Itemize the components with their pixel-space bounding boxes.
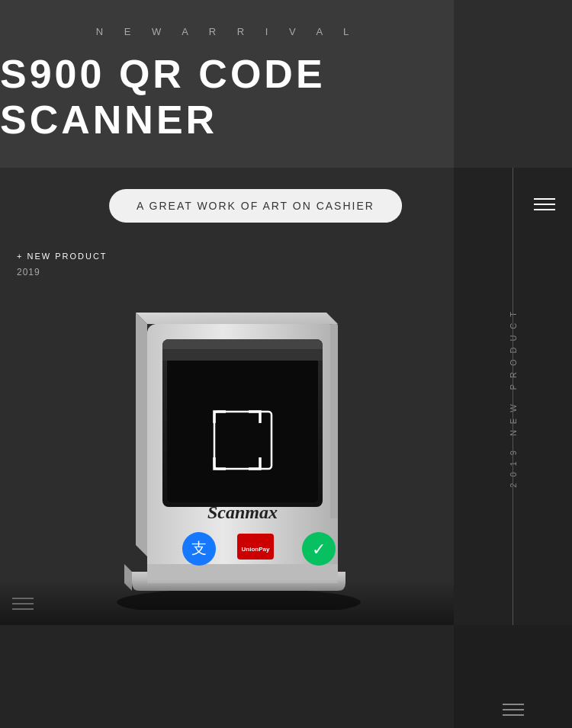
hero-section: A GREAT WORK OF ART ON CASHIER + NEW PRO… [0,168,572,625]
hamburger-line-3 [534,209,555,210]
hamburger-bl-line-2 [12,603,34,605]
bottom-right-panel [454,625,572,728]
unionpay-text: UnionPay [241,546,269,553]
product-image-area: Scanmax 支 UnionPay ✓ [8,229,454,625]
vertical-divider [513,168,513,625]
hamburger-bl-line-3 [12,608,34,610]
product-title: S900 QR CODE SCANNER [0,51,572,143]
body-top [136,313,338,324]
hamburger-br-line-2 [503,709,524,710]
screen-inner [167,344,318,502]
scanner-device-svg: Scanmax 支 UnionPay ✓ [86,282,376,610]
body-left-side [136,313,147,556]
screen-top-strip-2 [162,349,323,361]
body-bottom-strip [147,564,338,576]
hamburger-menu-bottom-right[interactable] [503,704,524,716]
hamburger-bl-line-1 [12,598,34,599]
wechat-symbol: ✓ [312,540,326,559]
hamburger-menu-bottom-left[interactable] [12,598,34,610]
scanner-shadow [0,579,454,625]
hamburger-br-line-3 [503,714,524,716]
new-arrival-label: N E W A R R I V A L [96,26,477,37]
hamburger-line-2 [534,204,555,205]
unionpay-red [237,537,274,542]
pill-cta[interactable]: A GREAT WORK OF ART ON CASHIER [109,189,402,223]
hamburger-menu-top[interactable] [534,198,555,210]
top-section: N E W A R R I V A L S900 QR CODE SCANNER [0,0,572,168]
hamburger-line-1 [534,198,555,200]
bottom-section [0,625,572,728]
hamburger-br-line-1 [503,704,524,705]
alipay-symbol: 支 [191,540,207,556]
